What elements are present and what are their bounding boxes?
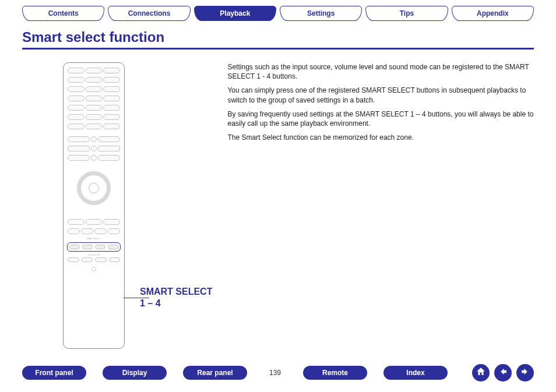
link-remote[interactable]: Remote [303,366,367,380]
top-tab-bar: Contents Connections Playback Settings T… [0,0,556,21]
smart-select-callout: SMART SELECT 1 – 4 [140,62,212,349]
remote-illustration-wrap: SMART SELECT SOUND MODE [22,62,125,349]
remote-sound-mode-row [67,256,121,262]
tab-tips[interactable]: Tips [365,6,448,21]
tab-contents[interactable]: Contents [22,6,104,21]
link-front-panel[interactable]: Front panel [22,366,86,380]
bottom-nav: Front panel Display Rear panel 139 Remot… [0,364,556,382]
home-icon [476,366,486,379]
body-text: Settings such as the input source, volum… [227,62,534,349]
page-title: Smart select function [22,29,534,50]
prev-page-button[interactable] [494,364,512,382]
callout-line2: 1 – 4 [140,298,212,309]
tab-settings[interactable]: Settings [280,6,362,21]
arrow-left-icon [498,366,508,379]
content-area: SMART SELECT SOUND MODE SMART SELECT 1 –… [0,52,556,349]
tab-playback[interactable]: Playback [194,6,276,21]
remote-smart-select-row [67,242,121,252]
remote-smart-select-label: SMART SELECT [67,238,121,240]
page-number: 139 [263,369,287,377]
remote-illustration: SMART SELECT SOUND MODE [63,62,125,349]
link-index[interactable]: Index [383,366,448,380]
link-rear-panel[interactable]: Rear panel [183,366,247,380]
remote-dpad [77,171,111,205]
next-page-button[interactable] [516,364,534,382]
body-p3: By saving frequently used settings at th… [227,110,534,128]
callout-leader-line [124,298,149,298]
body-p4: The Smart Select function can be memoriz… [227,133,534,142]
home-button[interactable] [472,364,490,382]
tab-appendix[interactable]: Appendix [452,6,534,21]
body-p2: You can simply press one of the register… [227,86,534,104]
link-display[interactable]: Display [103,366,167,380]
body-p1: Settings such as the input source, volum… [227,62,534,81]
tab-connections[interactable]: Connections [108,6,190,21]
nav-icon-group [472,364,534,382]
callout-line1: SMART SELECT [140,286,212,298]
arrow-right-icon [520,366,530,379]
